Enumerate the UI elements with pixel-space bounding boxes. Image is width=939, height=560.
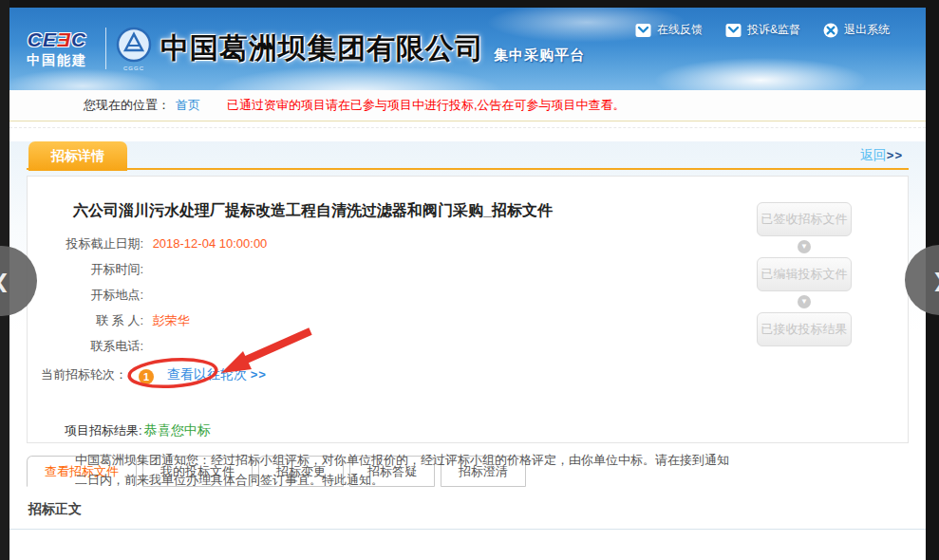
back-link-wrap: 返回>> (860, 147, 903, 164)
feedback-link[interactable]: 在线反馈 (635, 22, 703, 38)
round-label: 当前招标轮次： (41, 367, 127, 382)
dashed-divider (9, 121, 926, 128)
deadline-value: 2018-12-04 10:00:00 (153, 236, 268, 251)
past-rounds-arrows: >> (251, 367, 267, 382)
edited-tender-file-button[interactable]: 已编辑投标文件 (757, 257, 852, 291)
result-value: 恭喜您中标 (144, 422, 211, 438)
received-result-button[interactable]: 已接收投标结果 (757, 312, 852, 346)
header-links: 在线反馈 投诉&监督 退出系统 (635, 22, 890, 38)
complaint-label: 投诉&监督 (747, 22, 800, 38)
bid-detail-panel: 六公司淄川污水处理厂提标改造工程自清洗过滤器和阀门采购_招标文件 投标截止日期:… (27, 176, 909, 443)
chevron-down-icon (798, 240, 811, 253)
cggc-emblem-text: CGGC (115, 65, 153, 71)
contact-value: 彭荣华 (153, 313, 190, 327)
award-notice-text: 中国葛洲坝集团通知您：经过招标小组评标，对你单位报价的，经过评标小组的价格评定，… (75, 450, 740, 490)
result-row: 项目招标结果:恭喜您中标 (65, 422, 908, 439)
round-number-badge: 1 (139, 369, 154, 384)
section-title: 招标正文 (9, 487, 926, 530)
envelope-icon (635, 23, 651, 38)
page: CEƎC 中国能建 CGGC 中国葛洲坝集团有限公司 集中采购平台 (9, 8, 926, 560)
signed-bid-file-button[interactable]: 已签收招标文件 (757, 202, 852, 236)
breadcrumb-label: 您现在的位置： (84, 97, 170, 114)
detail-tab-row: 招标详情 返回>> (27, 141, 909, 170)
result-label: 项目招标结果: (65, 423, 142, 438)
feedback-label: 在线反馈 (657, 22, 703, 38)
ceec-logo-name: 中国能建 (27, 52, 87, 69)
ceec-logo: CEƎC 中国能建 (27, 28, 87, 69)
company-name: 中国葛洲坝集团有限公司 (160, 29, 484, 68)
logo-divider (105, 28, 106, 69)
logo-row: CEƎC 中国能建 CGGC 中国葛洲坝集团有限公司 集中采购平台 (27, 21, 585, 76)
back-arrows: >> (887, 148, 903, 162)
circle-x-icon (823, 23, 838, 38)
process-buttons: 已签收招标文件 已编辑投标文件 已接收投标结果 (757, 202, 852, 346)
top-edge-bar (0, 0, 939, 8)
envelope-icon (725, 23, 742, 38)
round-row: 当前招标轮次：1查看以往轮次 >> (41, 361, 908, 388)
logout-link[interactable]: 退出系统 (823, 22, 890, 38)
breadcrumb-warning: 已通过资审的项目请在已参与项目中进行投标,公告在可参与项目中查看。 (227, 97, 626, 114)
cggc-emblem-icon: CGGC (115, 26, 153, 71)
platform-name: 集中采购平台 (494, 47, 585, 65)
breadcrumb: 您现在的位置： 首页 已通过资审的项目请在已参与项目中进行投标,公告在可参与项目… (9, 90, 926, 121)
logout-label: 退出系统 (844, 22, 890, 38)
complaint-link[interactable]: 投诉&监督 (725, 22, 800, 38)
tab-bid-detail: 招标详情 (28, 141, 127, 171)
ceec-logo-mark: CEƎC (27, 28, 87, 51)
browser-viewport: CEƎC 中国能建 CGGC 中国葛洲坝集团有限公司 集中采购平台 (0, 0, 939, 560)
chevron-down-icon (798, 295, 811, 308)
site-header: CEƎC 中国能建 CGGC 中国葛洲坝集团有限公司 集中采购平台 (9, 8, 926, 90)
breadcrumb-home-link[interactable]: 首页 (176, 97, 200, 114)
past-rounds-link[interactable]: 查看以往轮次 (167, 366, 247, 382)
content-area: 招标详情 返回>> 六公司淄川污水处理厂提标改造工程自清洗过滤器和阀门采购_招标… (9, 141, 926, 560)
back-link[interactable]: 返回 (860, 147, 887, 162)
